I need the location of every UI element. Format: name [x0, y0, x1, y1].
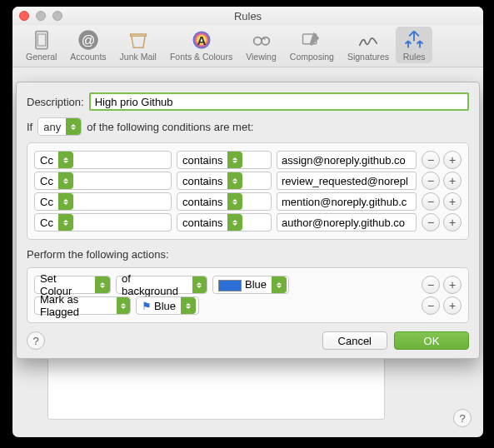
- action-flag-select[interactable]: ⚑Blue: [136, 296, 199, 315]
- signatures-icon: [357, 28, 380, 52]
- if-label: If: [27, 121, 32, 133]
- remove-condition-button[interactable]: −: [422, 213, 440, 231]
- toolbar-fonts-colours[interactable]: A Fonts & Colours: [163, 27, 239, 63]
- rules-list-area: [47, 355, 385, 420]
- if-row: If any of the following conditions are m…: [27, 117, 469, 136]
- actions-block: Set Colour of background Blue − + Mark a…: [27, 267, 469, 323]
- svg-point-6: [253, 37, 261, 45]
- action-colour-select[interactable]: Blue: [212, 276, 289, 294]
- toolbar-junk-mail[interactable]: Junk Mail: [113, 27, 163, 63]
- titlebar: Rules: [12, 7, 483, 25]
- toolbar-signatures[interactable]: Signatures: [341, 27, 396, 63]
- description-row: Description:: [27, 92, 469, 111]
- svg-text:A: A: [197, 33, 206, 47]
- ok-button[interactable]: OK: [394, 331, 469, 350]
- rules-icon: [402, 28, 426, 52]
- toolbar-rules[interactable]: Rules: [396, 27, 432, 63]
- actions-label: Perform the following actions:: [27, 248, 169, 261]
- action-target-select[interactable]: of background: [116, 276, 207, 294]
- add-condition-button[interactable]: +: [443, 213, 462, 231]
- actions-label-row: Perform the following actions:: [27, 248, 469, 261]
- condition-value-input[interactable]: [277, 151, 417, 169]
- svg-point-7: [262, 37, 269, 45]
- colour-swatch-icon: [218, 280, 242, 291]
- toolbar-composing[interactable]: Composing: [283, 27, 341, 63]
- composing-icon: [300, 28, 323, 52]
- condition-op-select[interactable]: contains: [177, 213, 272, 231]
- remove-action-button[interactable]: −: [422, 296, 440, 315]
- add-condition-button[interactable]: +: [443, 172, 462, 190]
- window-close-button[interactable]: [19, 11, 29, 21]
- action-row: Mark as Flagged ⚑Blue − +: [34, 296, 462, 315]
- description-label: Description:: [27, 96, 84, 108]
- window-zoom-button[interactable]: [52, 11, 62, 21]
- flag-icon: ⚑: [142, 300, 152, 312]
- fonts-colours-icon: A: [190, 28, 213, 52]
- general-icon: [30, 28, 53, 52]
- cancel-button[interactable]: Cancel: [322, 331, 387, 350]
- help-button[interactable]: ?: [27, 331, 45, 350]
- condition-field-select[interactable]: Cc: [34, 192, 172, 211]
- condition-field-select[interactable]: Cc: [34, 172, 172, 190]
- add-action-button[interactable]: +: [443, 276, 462, 294]
- add-action-button[interactable]: +: [443, 296, 462, 315]
- window-minimize-button[interactable]: [36, 11, 46, 21]
- condition-row: Cc contains − +: [34, 172, 462, 190]
- condition-row: Cc contains − +: [34, 192, 462, 211]
- svg-text:@: @: [82, 32, 96, 47]
- rule-edit-sheet: Description: If any of the following con…: [16, 82, 480, 359]
- junk-mail-icon: [127, 28, 150, 52]
- window-title: Rules: [12, 10, 483, 22]
- add-condition-button[interactable]: +: [443, 151, 462, 169]
- add-condition-button[interactable]: +: [443, 192, 462, 211]
- condition-field-select[interactable]: Cc: [34, 213, 172, 231]
- preferences-window: Rules General @ Accounts Junk Mail A Fon…: [12, 7, 483, 437]
- if-suffix-label: of the following conditions are met:: [87, 121, 253, 133]
- preferences-toolbar: General @ Accounts Junk Mail A Fonts & C…: [12, 25, 483, 67]
- condition-op-select[interactable]: contains: [177, 172, 272, 190]
- condition-op-select[interactable]: contains: [177, 192, 272, 211]
- description-input[interactable]: [89, 92, 469, 111]
- help-button-main[interactable]: ?: [453, 409, 472, 427]
- condition-row: Cc contains − +: [34, 213, 462, 231]
- condition-value-input[interactable]: [277, 192, 417, 211]
- viewing-icon: [250, 28, 273, 52]
- action-type-select[interactable]: Mark as Flagged: [34, 296, 131, 315]
- action-type-select[interactable]: Set Colour: [34, 276, 111, 294]
- toolbar-accounts[interactable]: @ Accounts: [63, 27, 112, 63]
- accounts-icon: @: [77, 28, 100, 52]
- condition-row: Cc contains − +: [34, 151, 462, 169]
- svg-rect-1: [37, 34, 45, 46]
- match-mode-select[interactable]: any: [37, 117, 82, 136]
- remove-condition-button[interactable]: −: [422, 172, 440, 190]
- condition-op-select[interactable]: contains: [177, 151, 272, 169]
- remove-action-button[interactable]: −: [422, 276, 440, 294]
- action-row: Set Colour of background Blue − +: [34, 276, 462, 294]
- conditions-block: Cc contains − + Cc contains − + Cc con: [27, 142, 469, 240]
- condition-field-select[interactable]: Cc: [34, 151, 172, 169]
- sheet-footer: ? Cancel OK: [27, 331, 469, 350]
- condition-value-input[interactable]: [277, 172, 417, 190]
- remove-condition-button[interactable]: −: [422, 192, 440, 211]
- remove-condition-button[interactable]: −: [422, 151, 440, 169]
- condition-value-input[interactable]: [277, 213, 417, 231]
- toolbar-general[interactable]: General: [19, 27, 63, 63]
- toolbar-viewing[interactable]: Viewing: [239, 27, 283, 63]
